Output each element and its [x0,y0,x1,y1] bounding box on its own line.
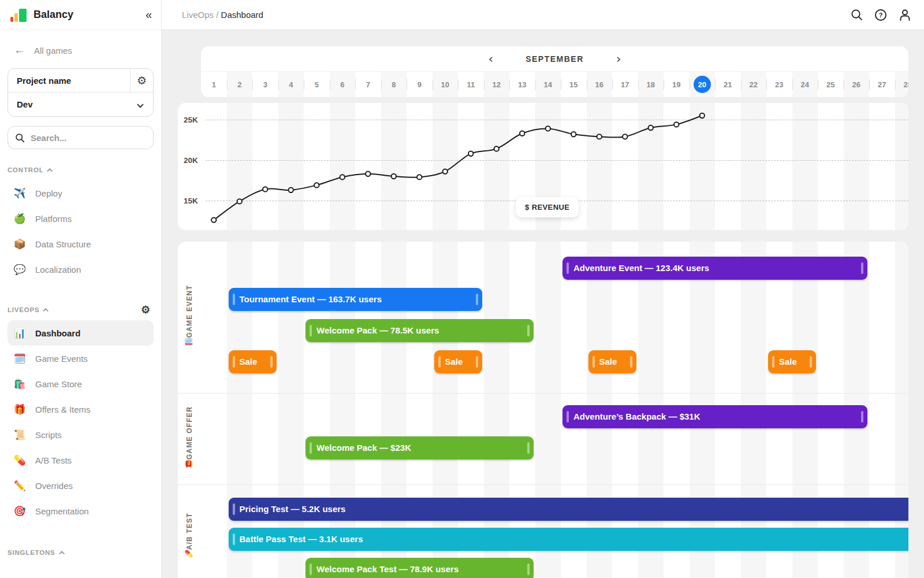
day-cell-21[interactable]: 21 [715,72,741,97]
day-cell-22[interactable]: 22 [741,72,767,97]
day-cell-2[interactable]: 2 [227,72,253,97]
resize-handle-left[interactable] [438,356,441,368]
data-point[interactable] [520,131,524,136]
resize-handle-left[interactable] [233,503,235,515]
day-cell-19[interactable]: 19 [664,72,690,97]
timeline-bar-sale[interactable]: Sale [229,350,277,373]
day-cell-3[interactable]: 3 [252,72,278,97]
data-point[interactable] [571,132,576,136]
sidebar-section-control[interactable]: CONTROL [0,164,161,176]
search-icon[interactable] [851,9,863,21]
resize-handle-left[interactable] [772,356,774,368]
timeline-bar-tournament-event[interactable]: Tournament Event — 163.7K users [229,288,482,311]
day-cell-10[interactable]: 10 [433,72,459,97]
sidebar-item-offers-items[interactable]: 🎁Offers & Items [8,397,154,422]
sidebar-item-game-store[interactable]: 🛍️Game Store [8,371,154,397]
data-point[interactable] [597,134,602,139]
day-cell-20[interactable]: 20 [690,72,716,97]
day-cell-1[interactable]: 1 [201,72,227,97]
resize-handle-right[interactable] [476,294,478,305]
breadcrumb-section[interactable]: LiveOps [182,10,214,20]
timeline-bar-adventure-s-backpack[interactable]: Adventure’s Backpack — $31K [562,405,867,428]
data-point[interactable] [443,169,448,173]
data-point[interactable] [494,146,499,151]
resize-handle-right[interactable] [630,356,632,368]
day-cell-6[interactable]: 6 [330,72,356,97]
prev-month-button[interactable]: ‹ [488,53,493,65]
sidebar-item-data-structure[interactable]: 📦Data Structure [8,231,154,257]
day-cell-11[interactable]: 11 [458,72,484,97]
day-cell-24[interactable]: 24 [792,72,818,97]
day-cell-26[interactable]: 26 [844,72,870,97]
day-cell-16[interactable]: 16 [587,72,613,97]
day-cell-28[interactable]: 28 [895,72,909,97]
sidebar-item-dashboard[interactable]: 📊Dashboard [8,320,154,346]
project-name[interactable]: Project name [8,76,130,86]
environment-dropdown[interactable]: Dev [8,92,153,116]
sidebar-section-liveops[interactable]: LIVEOPS⚙ [0,304,161,316]
day-cell-13[interactable]: 13 [509,72,535,97]
resize-handle-left[interactable] [567,411,569,423]
day-cell-17[interactable]: 17 [612,72,638,97]
resize-handle-left[interactable] [310,442,312,454]
day-cell-23[interactable]: 23 [766,72,792,97]
data-point[interactable] [417,175,422,179]
next-month-button[interactable]: › [616,53,621,65]
data-point[interactable] [237,199,242,203]
resize-handle-right[interactable] [861,411,863,423]
timeline-bar-sale[interactable]: Sale [434,350,482,373]
resize-handle-right[interactable] [527,325,530,336]
day-cell-25[interactable]: 25 [818,72,844,97]
day-cell-8[interactable]: 8 [381,72,407,97]
timeline-bar-welcome-pack[interactable]: Welcome Pack — $23K [305,436,534,460]
search-input[interactable] [31,133,129,143]
liveops-settings-icon[interactable]: ⚙ [141,305,151,315]
resize-handle-left[interactable] [310,564,312,575]
project-settings-button[interactable]: ⚙ [130,69,153,92]
resize-handle-right[interactable] [476,356,478,368]
data-point[interactable] [314,183,319,187]
sidebar-section-singletons[interactable]: SINGLETONS [0,547,161,558]
data-point[interactable] [674,122,679,127]
timeline-bar-welcome-pack-test[interactable]: Welcome Pack Test — 78.9K users [305,558,534,578]
revenue-legend-chip[interactable]: $ REVENUE [516,197,579,217]
data-point[interactable] [468,151,473,156]
data-point[interactable] [700,113,705,118]
resize-handle-left[interactable] [310,325,312,336]
day-cell-12[interactable]: 12 [484,72,510,97]
resize-handle-left[interactable] [567,262,569,274]
resize-handle-left[interactable] [233,356,235,368]
sidebar-item-platforms[interactable]: 🍏Platforms [8,206,154,231]
resize-handle-right[interactable] [527,442,530,454]
collapse-sidebar-icon[interactable]: « [146,8,151,21]
day-cell-14[interactable]: 14 [535,72,561,97]
timeline-bar-sale[interactable]: Sale [588,350,636,373]
data-point[interactable] [263,187,267,191]
data-point[interactable] [546,126,550,131]
data-point[interactable] [392,174,396,179]
timeline-bar-battle-pass-test[interactable]: Battle Pass Test — 3.1K users [229,528,909,551]
day-cell-18[interactable]: 18 [638,72,664,97]
resize-handle-right[interactable] [810,356,812,368]
resize-handle-right[interactable] [270,356,273,368]
user-icon[interactable] [899,9,911,21]
sidebar-search[interactable] [8,126,154,149]
timeline-bar-sale[interactable]: Sale [768,350,816,373]
data-point[interactable] [623,134,627,139]
sidebar-item-game-events[interactable]: 🗓️Game Events [8,346,154,371]
back-all-games[interactable]: ← All games [0,30,161,59]
sidebar-item-scripts[interactable]: 📜Scripts [8,422,154,447]
resize-handle-left[interactable] [593,356,595,368]
day-cell-5[interactable]: 5 [304,72,330,97]
day-cell-15[interactable]: 15 [561,72,587,97]
day-cell-9[interactable]: 9 [407,72,433,97]
timeline-bar-welcome-pack[interactable]: Welcome Pack — 78.5K users [305,319,534,342]
resize-handle-left[interactable] [233,294,235,305]
timeline-bar-adventure-event[interactable]: Adventure Event — 123.4K users [562,257,867,280]
help-icon[interactable]: ? [874,9,887,21]
data-point[interactable] [340,175,345,179]
data-point[interactable] [649,125,653,130]
data-point[interactable] [289,188,293,192]
day-cell-7[interactable]: 7 [355,72,381,97]
sidebar-item-a-b-tests[interactable]: 💊A/B Tests [8,447,154,473]
